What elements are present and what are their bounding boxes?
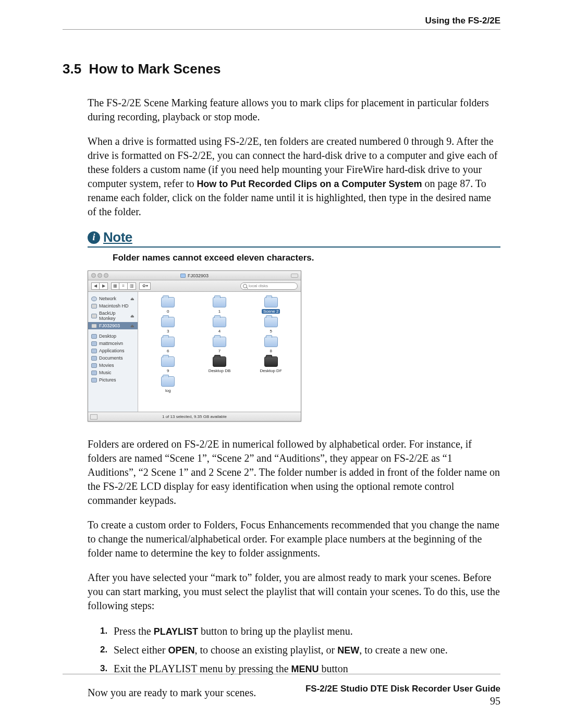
column-view-icon: ▥ <box>128 282 136 290</box>
folder-label: 1 <box>218 309 221 314</box>
sidebar-item-label: FJ032903 <box>99 323 120 328</box>
sidebar-item: Macintosh HD <box>88 302 138 310</box>
sidebar-item: Movies <box>88 362 138 369</box>
sidebar-item-label: Macintosh HD <box>99 303 129 309</box>
folder-label: 0 <box>167 309 169 314</box>
folder-item: Scene 2 <box>245 297 297 314</box>
sidebar-item: FJ032903⏏ <box>88 322 138 329</box>
note-header: i Note <box>88 229 500 248</box>
note-callout: i Note Folder names cannot exceed eleven… <box>88 229 500 263</box>
status-text: 1 of 13 selected, 9.35 GB available <box>162 414 227 419</box>
icon-view-icon: ▦ <box>111 282 119 290</box>
nav-buttons: ◀ ▶ <box>91 282 108 290</box>
folder-label: 4 <box>218 329 221 334</box>
pictures-icon <box>91 378 97 382</box>
folder-icon <box>264 337 278 347</box>
paragraph: Folders are ordered on FS-2/2E in numeri… <box>88 437 500 508</box>
paragraph: To create a custom order to Folders, Foc… <box>88 518 500 560</box>
sidebar-item: BackUp Monkey⏏ <box>88 310 138 322</box>
database-icon <box>264 356 278 367</box>
finder-sidebar: Network⏏Macintosh HDBackUp Monkey⏏FJ0329… <box>88 292 138 412</box>
folder-icon <box>264 297 278 307</box>
sidebar-item: Pictures <box>88 376 138 384</box>
sidebar-item: Desktop <box>88 332 138 340</box>
finder-content: 01Scene 23456789Desktop DBDesktop DFlog <box>138 292 301 412</box>
action-menu-icon: ✿▾ <box>139 282 151 290</box>
search-placeholder: local disks <box>249 283 268 288</box>
eject-icon: ⏏ <box>130 324 134 328</box>
folder-icon <box>264 317 278 327</box>
folder-label: 9 <box>167 368 169 373</box>
folder-item: 8 <box>245 337 297 353</box>
step-keyword: MENU <box>291 664 319 674</box>
footer-title: FS-2/2E Studio DTE Disk Recorder User Gu… <box>63 684 500 694</box>
step-text: Select either OPEN, to choose an existin… <box>114 642 448 658</box>
sidebar-item: Network⏏ <box>88 295 138 302</box>
window-title: FJ032903 <box>88 273 301 278</box>
folder-label: 3 <box>167 329 169 334</box>
folder-icon <box>91 334 97 339</box>
folder-item: Desktop DF <box>245 356 297 373</box>
step-keyword: OPEN <box>168 645 194 656</box>
folder-icon <box>213 297 226 307</box>
step-list: 1.Press the PLAYLIST button to bring up … <box>100 623 500 676</box>
sidebar-item: mattmceivn <box>88 340 138 347</box>
sidebar-item: Applications <box>88 347 138 354</box>
finder-toolbar: ◀ ▶ ▦ ≡ ▥ ✿▾ local disks <box>88 280 301 292</box>
list-view-icon: ≡ <box>119 282 128 290</box>
section-title-text: How to Mark Scenes <box>89 61 221 77</box>
header-rule <box>63 29 500 30</box>
sidebar-item: Documents <box>88 354 138 362</box>
folder-label: 6 <box>167 349 169 353</box>
eject-icon: ⏏ <box>130 297 134 301</box>
folder-item: Desktop DB <box>194 356 246 373</box>
note-label: Note <box>103 229 132 245</box>
step-item: 2.Select either OPEN, to choose an exist… <box>100 642 500 658</box>
hd-icon <box>91 324 97 328</box>
search-icon <box>243 284 247 288</box>
section-heading: 3.5 How to Mark Scenes <box>63 61 500 77</box>
folder-item: 3 <box>142 317 194 334</box>
step-number: 2. <box>100 642 114 658</box>
info-icon: i <box>88 231 100 244</box>
folder-item: 1 <box>194 297 246 314</box>
network-icon <box>91 297 97 301</box>
running-head: Using the FS-2/2E <box>63 16 500 26</box>
sidebar-item-label: Network <box>99 296 116 301</box>
folder-item: 5 <box>245 317 297 334</box>
page-number: 95 <box>63 695 500 707</box>
folder-icon <box>91 356 97 361</box>
folder-icon <box>180 274 186 278</box>
sidebar-item-label: mattmceivn <box>99 341 123 346</box>
folder-item: log <box>142 376 194 393</box>
page-footer: FS-2/2E Studio DTE Disk Recorder User Gu… <box>63 674 500 707</box>
folder-label: Desktop DF <box>260 368 282 373</box>
paragraph: The FS-2/2E Scene Marking feature allows… <box>88 96 500 124</box>
window-title-text: FJ032903 <box>188 273 209 278</box>
eject-icon: ⏏ <box>130 314 134 318</box>
finder-body: Network⏏Macintosh HDBackUp Monkey⏏FJ0329… <box>88 292 301 412</box>
finder-screenshot: FJ032903 ◀ ▶ ▦ ≡ ▥ ✿▾ <box>88 270 500 422</box>
step-number: 1. <box>100 623 114 639</box>
folder-icon <box>213 337 226 347</box>
sidebar-item-label: Applications <box>99 348 125 353</box>
step-text: Press the PLAYLIST button to bring up th… <box>114 623 353 639</box>
finder-statusbar: 1 of 13 selected, 9.35 GB available <box>88 412 301 421</box>
apps-icon <box>91 349 97 353</box>
step-keyword: PLAYLIST <box>154 626 198 637</box>
folder-label: Desktop DB <box>209 368 231 373</box>
sidebar-item-label: Pictures <box>99 377 116 382</box>
sidebar-item-label: BackUp Monkey <box>99 311 128 321</box>
sidebar-item: Music <box>88 369 138 376</box>
folder-item: 0 <box>142 297 194 314</box>
footer-rule <box>63 674 500 674</box>
folder-icon <box>161 297 175 307</box>
folder-label: 8 <box>270 349 272 353</box>
folder-label: log <box>165 388 171 393</box>
paragraph: When a drive is formatted using FS-2/2E,… <box>88 134 500 219</box>
back-icon: ◀ <box>91 282 100 290</box>
sidebar-item-label: Documents <box>99 355 123 361</box>
forward-icon: ▶ <box>100 282 108 290</box>
finder-window: FJ032903 ◀ ▶ ▦ ≡ ▥ ✿▾ <box>88 270 301 422</box>
finder-titlebar: FJ032903 <box>88 271 301 280</box>
